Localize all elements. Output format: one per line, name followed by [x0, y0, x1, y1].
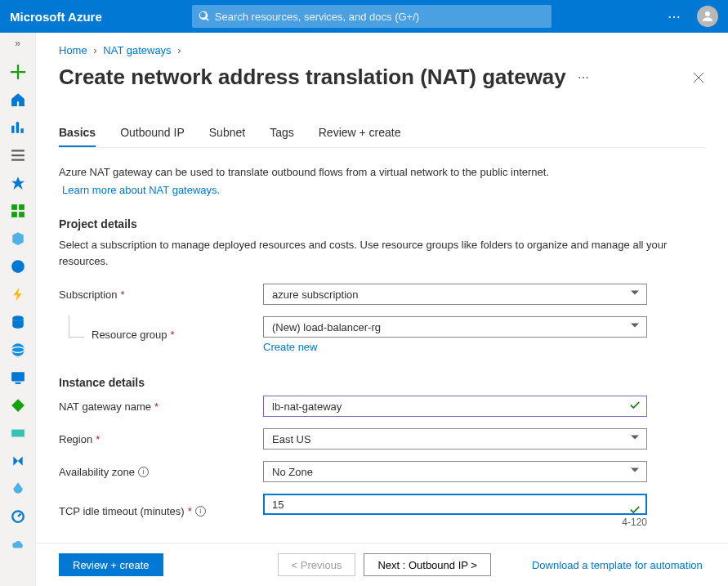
- nav-home-icon[interactable]: [8, 90, 28, 110]
- brand-logo[interactable]: Microsoft Azure: [10, 10, 102, 24]
- region-select[interactable]: East US: [263, 428, 647, 450]
- nav-cloud-icon[interactable]: [8, 535, 28, 554]
- svg-rect-1: [19, 204, 25, 210]
- tab-subnet[interactable]: Subnet: [209, 126, 245, 147]
- svg-rect-8: [11, 372, 25, 381]
- nav-cube-icon[interactable]: [8, 229, 28, 248]
- previous-button: < Previous: [278, 553, 356, 576]
- nav-functions-icon[interactable]: [8, 284, 28, 304]
- user-avatar[interactable]: [697, 6, 718, 27]
- section-project-details-desc: Select a subscription to manage deployed…: [59, 237, 680, 269]
- tab-tags[interactable]: Tags: [270, 126, 294, 147]
- breadcrumb-nat-gateways[interactable]: NAT gateways: [103, 44, 171, 56]
- next-button[interactable]: Next : Outbound IP >: [364, 553, 491, 576]
- resource-group-select[interactable]: (New) load-balancer-rg: [263, 316, 647, 338]
- nav-gauge-icon[interactable]: [8, 507, 28, 526]
- nav-cosmos-icon[interactable]: [8, 340, 28, 360]
- intro-text: Azure NAT gateway can be used to transla…: [59, 164, 705, 198]
- svg-point-4: [11, 260, 25, 273]
- section-project-details-title: Project details: [59, 217, 705, 230]
- download-template-link[interactable]: Download a template for automation: [532, 559, 703, 571]
- breadcrumb: Home › NAT gateways ›: [59, 44, 705, 56]
- timeout-range-helper: 4-120: [263, 517, 647, 528]
- nav-resource-groups-icon[interactable]: [8, 201, 28, 221]
- nav-globe-icon[interactable]: [8, 257, 28, 276]
- search-input[interactable]: [215, 11, 545, 23]
- svg-point-5: [12, 315, 24, 321]
- search-icon: [199, 11, 210, 22]
- review-create-button[interactable]: Review + create: [59, 553, 163, 576]
- global-search[interactable]: [192, 5, 552, 28]
- chevron-down-icon: [630, 321, 640, 333]
- chevron-right-icon: ›: [93, 44, 96, 56]
- main-area: Home › NAT gateways › Create network add…: [36, 33, 728, 586]
- svg-point-6: [11, 343, 25, 356]
- header-more-icon[interactable]: ⋯: [668, 9, 682, 25]
- availability-zone-value: No Zone: [272, 466, 313, 478]
- nav-favorites-icon[interactable]: [8, 173, 28, 193]
- azure-header: Microsoft Azure ⋯: [0, 0, 728, 33]
- svg-rect-10: [11, 430, 25, 437]
- svg-rect-3: [19, 212, 25, 217]
- resource-group-label: Resource group*: [59, 329, 263, 341]
- nav-sql-icon[interactable]: [8, 312, 28, 332]
- close-blade-icon[interactable]: [692, 71, 705, 84]
- resource-group-value: (New) load-balancer-rg: [272, 321, 381, 333]
- nav-create-icon[interactable]: [8, 62, 28, 82]
- nav-diamond-icon[interactable]: [8, 396, 28, 415]
- breadcrumb-home[interactable]: Home: [59, 44, 87, 56]
- page-title: Create network address translation (NAT)…: [59, 65, 566, 90]
- intro-description: Azure NAT gateway can be used to transla…: [59, 166, 549, 178]
- left-nav-rail: »: [0, 33, 36, 586]
- nav-dashboard-icon[interactable]: [8, 118, 28, 137]
- subscription-select[interactable]: azure subscription: [263, 284, 647, 305]
- availability-zone-select[interactable]: No Zone: [263, 461, 647, 482]
- nav-storage-icon[interactable]: [8, 423, 28, 443]
- svg-rect-2: [11, 212, 17, 217]
- region-label: Region*: [59, 433, 263, 445]
- tcp-idle-timeout-label: TCP idle timeout (minutes)* i: [59, 505, 263, 517]
- nat-gateway-name-label: NAT gateway name*: [59, 400, 263, 413]
- svg-rect-9: [15, 382, 20, 384]
- learn-more-link[interactable]: Learn more about NAT gateways.: [62, 182, 705, 199]
- tab-review-create[interactable]: Review + create: [319, 126, 401, 147]
- chevron-down-icon: [630, 289, 640, 301]
- svg-rect-0: [11, 204, 17, 210]
- title-more-icon[interactable]: ⋯: [578, 71, 590, 84]
- availability-zone-label: Availability zone i: [59, 466, 263, 478]
- tab-outbound-ip[interactable]: Outbound IP: [120, 126, 185, 147]
- chevron-down-icon: [630, 433, 640, 445]
- nat-gateway-name-input[interactable]: [263, 396, 647, 417]
- valid-check-icon: [629, 504, 641, 518]
- region-value: East US: [272, 433, 311, 445]
- wizard-footer: Review + create < Previous Next : Outbou…: [36, 543, 728, 586]
- tab-basics[interactable]: Basics: [59, 126, 96, 147]
- subscription-label: Subscription*: [59, 289, 263, 301]
- create-new-rg-link[interactable]: Create new: [263, 341, 647, 353]
- valid-check-icon: [629, 400, 641, 414]
- nav-monitor-icon[interactable]: [8, 368, 28, 387]
- chevron-down-icon: [630, 466, 640, 478]
- nav-network-icon[interactable]: [8, 451, 28, 471]
- person-icon: [700, 9, 715, 24]
- info-icon[interactable]: i: [138, 467, 149, 477]
- expand-nav-icon[interactable]: »: [15, 38, 20, 49]
- section-instance-details-title: Instance details: [59, 376, 705, 389]
- tabs: Basics Outbound IP Subnet Tags Review + …: [59, 126, 705, 148]
- info-icon[interactable]: i: [195, 506, 206, 517]
- nav-all-services-icon[interactable]: [8, 145, 28, 165]
- tcp-idle-timeout-input[interactable]: [263, 494, 647, 515]
- nav-drop-icon[interactable]: [8, 479, 28, 499]
- subscription-value: azure subscription: [272, 289, 359, 301]
- chevron-right-icon: ›: [177, 44, 181, 56]
